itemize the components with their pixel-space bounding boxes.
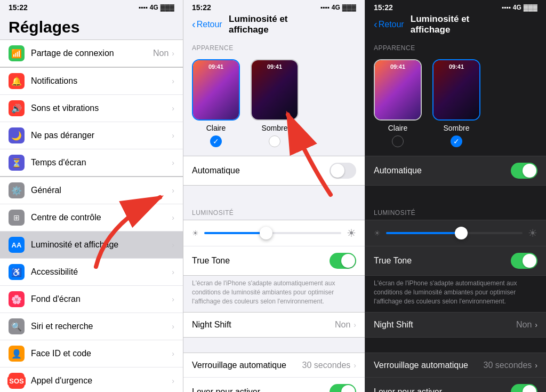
automatique-row-2[interactable]: Automatique: [183, 156, 365, 185]
appearance-row-3: 09:41 Claire 09:41 Sombre ✓: [365, 55, 546, 156]
sombre-radio-2[interactable]: [269, 135, 280, 147]
claire-item-3[interactable]: 09:41 Claire: [374, 59, 422, 147]
brightness-thumb-3[interactable]: [455, 227, 468, 239]
automatique-group-2: Automatique: [183, 156, 365, 186]
truetone-desc-2: L'écran de l'iPhone s'adapte automatique…: [183, 276, 365, 312]
luminosite-icon: AA: [9, 237, 25, 253]
sombre-time-3: 09:41: [449, 63, 464, 70]
brightness-content-dark: APPARENCE 09:41 Claire 09:41 Sombre: [365, 36, 546, 392]
brightness-panel-dark: 15:22 ▪▪▪▪ 4G ▓▓▓ ‹ Retour Luminosité et…: [365, 0, 546, 392]
gap-verr-3: [365, 338, 546, 353]
settings-item-sons[interactable]: 🔊 Sons et vibrations ›: [0, 95, 183, 122]
verr-group-3: Verrouillage automatique 30 secondes › L…: [365, 353, 546, 392]
nightshift-row-3[interactable]: Night Shift Non ›: [365, 313, 546, 337]
nightshift-value-3: Non: [516, 320, 532, 330]
settings-item-centre[interactable]: ⊞ Centre de contrôle ›: [0, 204, 183, 231]
nightshift-label-2: Night Shift: [192, 320, 335, 330]
luminosite-group-3: ☀ ☀ True Tone: [365, 220, 546, 276]
automatique-row-3[interactable]: Automatique: [365, 156, 546, 185]
sombre-thumb-3: 09:41: [432, 59, 480, 121]
claire-thumb-3: 09:41: [374, 59, 422, 121]
back-chevron-2: ‹: [192, 18, 196, 30]
accessibilite-icon: ♿: [9, 264, 25, 280]
automatique-knob-2: [331, 164, 344, 178]
faceid-icon: 👤: [9, 346, 25, 362]
verr-chevron-2: ›: [354, 361, 356, 370]
brightness-thumb-2[interactable]: [260, 227, 272, 239]
luminosite-chevron: ›: [172, 241, 174, 249]
settings-item-notifications[interactable]: 🔔 Notifications ›: [0, 68, 183, 95]
verr-label-2: Verrouillage automatique: [192, 361, 302, 370]
settings-group-2: 🔔 Notifications › 🔊 Sons et vibrations ›…: [0, 67, 183, 177]
brightness-track-2[interactable]: [204, 232, 341, 234]
settings-item-luminosite[interactable]: AA Luminosité et affichage ›: [0, 231, 183, 259]
claire-radio-2[interactable]: ✓: [210, 135, 222, 147]
faceid-chevron: ›: [172, 349, 174, 358]
partage-chevron: ›: [172, 49, 174, 58]
urgence-label: Appel d'urgence: [31, 376, 172, 386]
temps-label: Temps d'écran: [31, 158, 172, 167]
status-icons-3: ▪▪▪▪ 4G ▓▓▓: [502, 4, 537, 11]
network-type-1: 4G: [150, 4, 158, 11]
truetone-desc-3: L'écran de l'iPhone s'adapte automatique…: [365, 276, 546, 312]
settings-item-general[interactable]: ⚙️ Général ›: [0, 177, 183, 204]
truetone-label-3: True Tone: [374, 256, 511, 266]
back-button-3[interactable]: ‹ Retour: [374, 18, 404, 30]
status-icons-1: ▪▪▪▪ 4G ▓▓▓: [139, 4, 174, 11]
settings-item-faceid[interactable]: 👤 Face ID et code ›: [0, 340, 183, 367]
sombre-item-3[interactable]: 09:41 Sombre ✓: [432, 59, 480, 147]
accessibilite-label: Accessibilité: [31, 267, 172, 277]
sombre-item-2[interactable]: 09:41 Sombre: [251, 59, 299, 147]
partage-label: Partage de connexion: [31, 49, 153, 58]
settings-item-siri[interactable]: 🔍 Siri et recherche ›: [0, 313, 183, 340]
brightness-track-3[interactable]: [386, 232, 523, 234]
sombre-label-3: Sombre: [443, 124, 469, 132]
truetone-toggle-2[interactable]: [330, 253, 356, 269]
claire-item-2[interactable]: 09:41 Claire ✓: [192, 59, 240, 147]
claire-check-2: ✓: [213, 137, 219, 146]
lever-label-3: Lever pour activer: [374, 387, 511, 392]
luminosite-group-2: ☀ ☀ True Tone: [183, 220, 365, 276]
settings-item-temps[interactable]: ⏳ Temps d'écran ›: [0, 149, 183, 176]
notifications-label: Notifications: [31, 76, 172, 86]
settings-item-partage[interactable]: 📶 Partage de connexion Non ›: [0, 40, 183, 67]
nav-bar-2: ‹ Retour Luminosité et affichage: [183, 14, 365, 36]
back-chevron-3: ‹: [374, 18, 378, 30]
lever-knob-3: [523, 385, 536, 392]
gap-lum-3: [365, 186, 546, 201]
brightness-fill-3: [386, 232, 461, 234]
lever-toggle-2[interactable]: [330, 384, 356, 392]
verr-value-3: 30 secondes: [484, 361, 532, 370]
notifications-icon: 🔔: [9, 73, 25, 89]
back-button-2[interactable]: ‹ Retour: [192, 18, 222, 30]
truetone-toggle-3[interactable]: [511, 253, 537, 269]
settings-item-accessibilite[interactable]: ♿ Accessibilité ›: [0, 259, 183, 286]
truetone-row-3[interactable]: True Tone: [365, 246, 546, 275]
verr-row-2[interactable]: Verrouillage automatique 30 secondes ›: [183, 353, 365, 378]
status-bar-2: 15:22 ▪▪▪▪ 4G ▓▓▓: [183, 0, 365, 14]
siri-label: Siri et recherche: [31, 322, 172, 331]
automatique-toggle-3[interactable]: [511, 163, 537, 179]
general-chevron: ›: [172, 186, 174, 195]
claire-label-3: Claire: [388, 124, 408, 132]
brightness-content-light: APPARENCE 09:41 Claire ✓ 09:41: [183, 36, 365, 392]
verr-row-3[interactable]: Verrouillage automatique 30 secondes ›: [365, 353, 546, 378]
settings-item-fond[interactable]: 🌸 Fond d'écran ›: [0, 286, 183, 313]
claire-radio-3[interactable]: [392, 135, 404, 147]
truetone-row-2[interactable]: True Tone: [183, 246, 365, 275]
lever-knob-2: [341, 385, 355, 392]
dnd-icon: 🌙: [9, 127, 25, 143]
lever-row-3[interactable]: Lever pour activer: [365, 378, 546, 392]
nightshift-row-2[interactable]: Night Shift Non ›: [183, 313, 365, 337]
settings-item-dnd[interactable]: 🌙 Ne pas déranger ›: [0, 122, 183, 149]
automatique-toggle-2[interactable]: [330, 163, 356, 179]
settings-item-urgence[interactable]: SOS Appel d'urgence ›: [0, 367, 183, 392]
lever-toggle-3[interactable]: [511, 384, 537, 392]
settings-group-3: ⚙️ Général › ⊞ Centre de contrôle › AA L…: [0, 177, 183, 392]
status-bar-3: 15:22 ▪▪▪▪ 4G ▓▓▓: [365, 0, 546, 14]
truetone-knob-2: [341, 254, 355, 268]
nightshift-group-2: Night Shift Non ›: [183, 312, 365, 338]
sombre-radio-3[interactable]: ✓: [451, 135, 462, 147]
siri-chevron: ›: [172, 322, 174, 331]
lever-row-2[interactable]: Lever pour activer: [183, 378, 365, 392]
